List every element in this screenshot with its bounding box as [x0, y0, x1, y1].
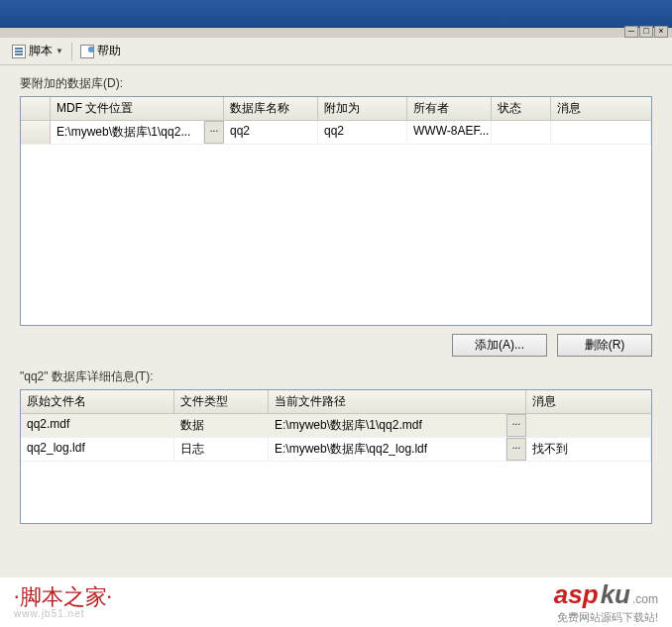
grid-body: E:\myweb\数据库\1\qq2... ... qq2 qq2 WWW-8A… [21, 121, 651, 325]
col-status[interactable]: 状态 [492, 97, 551, 120]
cell-message [551, 121, 651, 144]
chevron-down-icon: ▼ [56, 47, 63, 55]
remove-button[interactable]: 删除(R) [557, 334, 652, 357]
col-db-name[interactable]: 数据库名称 [224, 97, 318, 120]
cell-status [492, 121, 551, 144]
cell-path: E:\myweb\数据库\1\qq2.mdf [269, 414, 506, 437]
col-mdf-location[interactable]: MDF 文件位置 [51, 97, 224, 120]
toolbar: 脚本 ▼ 帮助 [0, 38, 672, 65]
script-button[interactable]: 脚本 ▼ [8, 41, 67, 61]
watermark-footer: ·脚本之家· www.jb51.net asp ku .com 免费网站源码下载… [0, 577, 672, 627]
row-header[interactable] [21, 121, 51, 144]
attach-db-label: 要附加的数据库(D): [20, 75, 652, 92]
col-current-path[interactable]: 当前文件路径 [269, 390, 526, 413]
minimize-button[interactable]: ─ [624, 26, 638, 38]
col-orig-file[interactable]: 原始文件名 [21, 390, 174, 413]
detail-grid[interactable]: 原始文件名 文件类型 当前文件路径 消息 qq2.mdf 数据 E:\myweb… [20, 389, 652, 524]
cell-path: E:\myweb\数据库\qq2_log.ldf [269, 438, 506, 461]
content-area: 要附加的数据库(D): MDF 文件位置 数据库名称 附加为 所有者 状态 消息… [0, 65, 672, 605]
right-logo-sub: 免费网站源码下载站! [554, 610, 658, 625]
detail-label: "qq2" 数据库详细信息(T): [20, 368, 652, 385]
window-controls: ─ □ × [0, 28, 672, 38]
toolbar-divider [71, 43, 72, 60]
table-row[interactable]: qq2_log.ldf 日志 E:\myweb\数据库\qq2_log.ldf … [21, 438, 651, 462]
browse-button[interactable]: ... [506, 414, 526, 437]
col-detail-message[interactable]: 消息 [526, 390, 651, 413]
right-logo-asp: asp [554, 579, 599, 610]
browse-button[interactable]: ... [506, 438, 526, 461]
add-button[interactable]: 添加(A)... [452, 334, 547, 357]
cell-mdf: E:\myweb\数据库\1\qq2... [51, 121, 204, 144]
cell-origfile: qq2.mdf [21, 414, 174, 437]
row-corner [21, 97, 51, 120]
browse-button[interactable]: ... [204, 121, 224, 144]
script-label: 脚本 [29, 43, 53, 59]
table-row[interactable]: E:\myweb\数据库\1\qq2... ... qq2 qq2 WWW-8A… [21, 121, 651, 145]
col-message[interactable]: 消息 [551, 97, 651, 120]
cell-attachas: qq2 [318, 121, 407, 144]
col-owner[interactable]: 所有者 [407, 97, 492, 120]
help-label: 帮助 [97, 43, 121, 59]
cell-filetype: 数据 [174, 414, 269, 437]
col-file-type[interactable]: 文件类型 [174, 390, 269, 413]
title-bar [0, 0, 672, 28]
cell-dbname: qq2 [224, 121, 318, 144]
col-attach-as[interactable]: 附加为 [318, 97, 407, 120]
close-button[interactable]: × [654, 26, 668, 38]
grid-header: MDF 文件位置 数据库名称 附加为 所有者 状态 消息 [21, 97, 651, 121]
cell-msg: 找不到 [526, 438, 651, 461]
left-logo-url: www.jb51.net [14, 608, 112, 619]
attach-db-grid[interactable]: MDF 文件位置 数据库名称 附加为 所有者 状态 消息 E:\myweb\数据… [20, 96, 652, 326]
help-button[interactable]: 帮助 [76, 41, 125, 61]
help-icon [80, 45, 94, 58]
left-logo-text: ·脚本之家· [14, 586, 112, 608]
table-row[interactable]: qq2.mdf 数据 E:\myweb\数据库\1\qq2.mdf ... [21, 414, 651, 438]
button-row: 添加(A)... 删除(R) [20, 334, 652, 357]
cell-owner: WWW-8AEF... [407, 121, 492, 144]
watermark-left: ·脚本之家· www.jb51.net [14, 586, 112, 619]
cell-origfile: qq2_log.ldf [21, 438, 174, 461]
script-icon [12, 45, 26, 58]
detail-header: 原始文件名 文件类型 当前文件路径 消息 [21, 390, 651, 414]
right-logo-ku: ku [601, 579, 630, 610]
maximize-button[interactable]: □ [639, 26, 653, 38]
detail-body: qq2.mdf 数据 E:\myweb\数据库\1\qq2.mdf ... qq… [21, 414, 651, 523]
cell-filetype: 日志 [174, 438, 269, 461]
cell-msg [526, 414, 651, 437]
right-logo-com: .com [632, 592, 658, 606]
watermark-right: asp ku .com 免费网站源码下载站! [554, 579, 658, 625]
